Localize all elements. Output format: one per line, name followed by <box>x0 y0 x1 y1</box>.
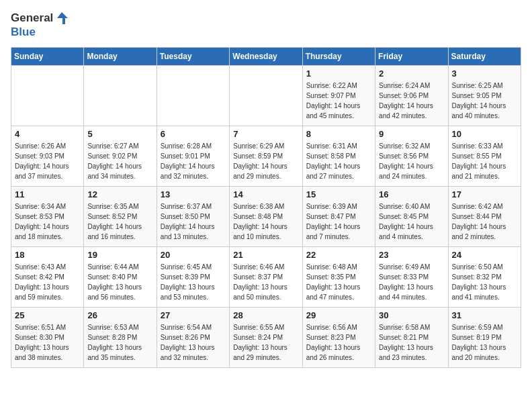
day-info: Sunrise: 6:56 AM Sunset: 8:23 PM Dayligh… <box>306 322 371 363</box>
day-info: Sunrise: 6:27 AM Sunset: 9:02 PM Dayligh… <box>87 141 152 181</box>
day-info: Sunrise: 6:38 AM Sunset: 8:48 PM Dayligh… <box>233 201 298 242</box>
day-number: 26 <box>87 310 152 320</box>
calendar-cell: 17Sunrise: 6:42 AM Sunset: 8:44 PM Dayli… <box>448 187 521 247</box>
day-info: Sunrise: 6:25 AM Sunset: 9:05 PM Dayligh… <box>452 81 517 121</box>
day-info: Sunrise: 6:48 AM Sunset: 8:35 PM Dayligh… <box>306 262 371 302</box>
day-number: 17 <box>452 189 517 199</box>
calendar-cell: 15Sunrise: 6:39 AM Sunset: 8:47 PM Dayli… <box>302 187 375 247</box>
day-info: Sunrise: 6:26 AM Sunset: 9:03 PM Dayligh… <box>15 141 80 181</box>
day-number: 30 <box>379 310 444 320</box>
day-number: 31 <box>452 310 517 320</box>
calendar-week-5: 25Sunrise: 6:51 AM Sunset: 8:30 PM Dayli… <box>11 308 521 368</box>
day-info: Sunrise: 6:58 AM Sunset: 8:21 PM Dayligh… <box>379 322 444 363</box>
calendar-cell: 4Sunrise: 6:26 AM Sunset: 9:03 PM Daylig… <box>11 126 84 187</box>
day-info: Sunrise: 6:46 AM Sunset: 8:37 PM Dayligh… <box>233 262 298 302</box>
day-info: Sunrise: 6:40 AM Sunset: 8:45 PM Dayligh… <box>379 201 444 242</box>
col-header-wednesday: Wednesday <box>230 48 302 66</box>
calendar-cell: 8Sunrise: 6:31 AM Sunset: 8:58 PM Daylig… <box>302 126 375 187</box>
calendar-cell: 12Sunrise: 6:35 AM Sunset: 8:52 PM Dayli… <box>84 187 157 247</box>
day-number: 19 <box>87 250 152 260</box>
day-info: Sunrise: 6:49 AM Sunset: 8:33 PM Dayligh… <box>379 262 444 302</box>
header: General Blue <box>11 11 521 39</box>
calendar-cell <box>157 66 229 126</box>
day-number: 3 <box>452 68 517 79</box>
col-header-monday: Monday <box>84 48 157 66</box>
day-info: Sunrise: 6:33 AM Sunset: 8:55 PM Dayligh… <box>452 141 517 181</box>
day-info: Sunrise: 6:59 AM Sunset: 8:19 PM Dayligh… <box>452 322 517 363</box>
day-info: Sunrise: 6:54 AM Sunset: 8:26 PM Dayligh… <box>161 322 226 363</box>
col-header-friday: Friday <box>375 48 448 66</box>
logo-arrow-icon <box>54 11 69 26</box>
day-info: Sunrise: 6:50 AM Sunset: 8:32 PM Dayligh… <box>452 262 517 302</box>
calendar-cell: 1Sunrise: 6:22 AM Sunset: 9:07 PM Daylig… <box>302 66 375 126</box>
calendar-table: SundayMondayTuesdayWednesdayThursdayFrid… <box>11 47 521 368</box>
calendar-cell: 18Sunrise: 6:43 AM Sunset: 8:42 PM Dayli… <box>11 247 84 308</box>
day-number: 21 <box>233 250 298 260</box>
calendar-cell: 24Sunrise: 6:50 AM Sunset: 8:32 PM Dayli… <box>448 247 521 308</box>
calendar-cell: 10Sunrise: 6:33 AM Sunset: 8:55 PM Dayli… <box>448 126 521 187</box>
day-number: 16 <box>379 189 444 199</box>
day-number: 29 <box>306 310 371 320</box>
calendar-cell: 19Sunrise: 6:44 AM Sunset: 8:40 PM Dayli… <box>84 247 157 308</box>
day-info: Sunrise: 6:24 AM Sunset: 9:06 PM Dayligh… <box>379 81 444 121</box>
calendar-week-4: 18Sunrise: 6:43 AM Sunset: 8:42 PM Dayli… <box>11 247 521 308</box>
calendar-week-3: 11Sunrise: 6:34 AM Sunset: 8:53 PM Dayli… <box>11 187 521 247</box>
day-number: 11 <box>15 189 80 199</box>
day-number: 12 <box>87 189 152 199</box>
day-number: 2 <box>379 68 444 79</box>
calendar-cell: 21Sunrise: 6:46 AM Sunset: 8:37 PM Dayli… <box>230 247 302 308</box>
calendar-week-1: 1Sunrise: 6:22 AM Sunset: 9:07 PM Daylig… <box>11 66 521 126</box>
calendar-cell: 9Sunrise: 6:32 AM Sunset: 8:56 PM Daylig… <box>375 126 448 187</box>
day-number: 5 <box>87 129 152 139</box>
day-info: Sunrise: 6:28 AM Sunset: 9:01 PM Dayligh… <box>161 141 226 181</box>
calendar-cell <box>11 66 84 126</box>
svg-marker-0 <box>57 12 68 24</box>
day-number: 6 <box>161 129 226 139</box>
calendar-cell: 27Sunrise: 6:54 AM Sunset: 8:26 PM Dayli… <box>157 308 229 368</box>
day-number: 27 <box>161 310 226 320</box>
calendar-cell: 14Sunrise: 6:38 AM Sunset: 8:48 PM Dayli… <box>230 187 302 247</box>
day-number: 18 <box>15 250 80 260</box>
day-number: 8 <box>306 129 371 139</box>
day-info: Sunrise: 6:31 AM Sunset: 8:58 PM Dayligh… <box>306 141 371 181</box>
day-number: 22 <box>306 250 371 260</box>
calendar-cell: 26Sunrise: 6:53 AM Sunset: 8:28 PM Dayli… <box>84 308 157 368</box>
day-info: Sunrise: 6:22 AM Sunset: 9:07 PM Dayligh… <box>306 81 371 121</box>
day-info: Sunrise: 6:51 AM Sunset: 8:30 PM Dayligh… <box>15 322 80 363</box>
day-number: 24 <box>452 250 517 260</box>
calendar-cell: 5Sunrise: 6:27 AM Sunset: 9:02 PM Daylig… <box>84 126 157 187</box>
calendar-cell: 6Sunrise: 6:28 AM Sunset: 9:01 PM Daylig… <box>157 126 229 187</box>
day-info: Sunrise: 6:44 AM Sunset: 8:40 PM Dayligh… <box>87 262 152 302</box>
day-number: 9 <box>379 129 444 139</box>
calendar-cell: 11Sunrise: 6:34 AM Sunset: 8:53 PM Dayli… <box>11 187 84 247</box>
logo: General Blue <box>11 11 69 39</box>
day-number: 28 <box>233 310 298 320</box>
day-number: 15 <box>306 189 371 199</box>
day-number: 1 <box>306 68 371 79</box>
day-number: 20 <box>161 250 226 260</box>
day-info: Sunrise: 6:42 AM Sunset: 8:44 PM Dayligh… <box>452 201 517 242</box>
day-info: Sunrise: 6:43 AM Sunset: 8:42 PM Dayligh… <box>15 262 80 302</box>
day-info: Sunrise: 6:34 AM Sunset: 8:53 PM Dayligh… <box>15 201 80 242</box>
day-number: 13 <box>161 189 226 199</box>
calendar-cell: 31Sunrise: 6:59 AM Sunset: 8:19 PM Dayli… <box>448 308 521 368</box>
col-header-sunday: Sunday <box>11 48 84 66</box>
day-info: Sunrise: 6:35 AM Sunset: 8:52 PM Dayligh… <box>87 201 152 242</box>
day-info: Sunrise: 6:55 AM Sunset: 8:24 PM Dayligh… <box>233 322 298 363</box>
calendar-cell: 25Sunrise: 6:51 AM Sunset: 8:30 PM Dayli… <box>11 308 84 368</box>
calendar-cell: 29Sunrise: 6:56 AM Sunset: 8:23 PM Dayli… <box>302 308 375 368</box>
day-info: Sunrise: 6:32 AM Sunset: 8:56 PM Dayligh… <box>379 141 444 181</box>
day-number: 23 <box>379 250 444 260</box>
day-info: Sunrise: 6:53 AM Sunset: 8:28 PM Dayligh… <box>87 322 152 363</box>
calendar-cell: 7Sunrise: 6:29 AM Sunset: 8:59 PM Daylig… <box>230 126 302 187</box>
day-info: Sunrise: 6:29 AM Sunset: 8:59 PM Dayligh… <box>233 141 298 181</box>
day-info: Sunrise: 6:45 AM Sunset: 8:39 PM Dayligh… <box>161 262 226 302</box>
day-number: 25 <box>15 310 80 320</box>
calendar-cell: 20Sunrise: 6:45 AM Sunset: 8:39 PM Dayli… <box>157 247 229 308</box>
calendar-cell: 23Sunrise: 6:49 AM Sunset: 8:33 PM Dayli… <box>375 247 448 308</box>
calendar-header-row: SundayMondayTuesdayWednesdayThursdayFrid… <box>11 48 521 66</box>
calendar-cell: 3Sunrise: 6:25 AM Sunset: 9:05 PM Daylig… <box>448 66 521 126</box>
calendar-week-2: 4Sunrise: 6:26 AM Sunset: 9:03 PM Daylig… <box>11 126 521 187</box>
calendar-cell: 28Sunrise: 6:55 AM Sunset: 8:24 PM Dayli… <box>230 308 302 368</box>
day-number: 10 <box>452 129 517 139</box>
